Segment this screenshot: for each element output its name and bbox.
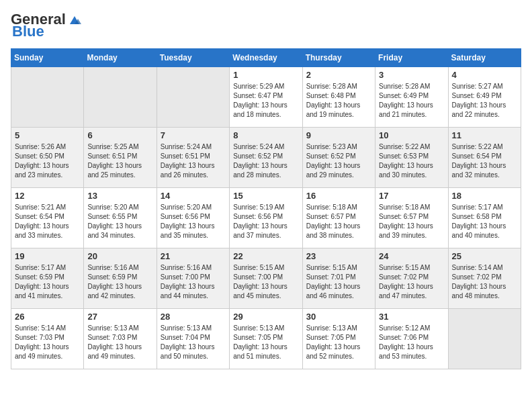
- logo-blue: Blue: [12, 23, 44, 40]
- day-number: 12: [15, 191, 80, 201]
- day-number: 24: [379, 251, 444, 261]
- day-info: Sunrise: 5:12 AM Sunset: 7:06 PM Dayligh…: [379, 324, 444, 361]
- calendar-cell: 14Sunrise: 5:20 AM Sunset: 6:56 PM Dayli…: [157, 188, 229, 248]
- day-info: Sunrise: 5:13 AM Sunset: 7:04 PM Dayligh…: [161, 324, 226, 361]
- day-info: Sunrise: 5:17 AM Sunset: 6:58 PM Dayligh…: [452, 203, 517, 240]
- day-info: Sunrise: 5:22 AM Sunset: 6:54 PM Dayligh…: [452, 142, 517, 180]
- calendar-cell: 16Sunrise: 5:18 AM Sunset: 6:57 PM Dayli…: [302, 188, 375, 248]
- day-info: Sunrise: 5:21 AM Sunset: 6:54 PM Dayligh…: [15, 203, 80, 240]
- day-number: 8: [233, 130, 298, 140]
- calendar-cell: 21Sunrise: 5:16 AM Sunset: 7:00 PM Dayli…: [157, 248, 229, 309]
- calendar-cell: [11, 67, 84, 128]
- day-number: 25: [452, 251, 517, 261]
- calendar-cell: 30Sunrise: 5:13 AM Sunset: 7:05 PM Dayli…: [302, 309, 375, 369]
- calendar-cell: 28Sunrise: 5:13 AM Sunset: 7:04 PM Dayli…: [157, 309, 229, 369]
- day-number: 30: [306, 312, 371, 322]
- day-number: 10: [379, 130, 444, 140]
- calendar-cell: 29Sunrise: 5:13 AM Sunset: 7:05 PM Dayli…: [230, 309, 302, 369]
- day-info: Sunrise: 5:26 AM Sunset: 6:50 PM Dayligh…: [15, 142, 80, 180]
- day-number: 11: [452, 130, 517, 140]
- day-info: Sunrise: 5:27 AM Sunset: 6:49 PM Dayligh…: [452, 82, 517, 120]
- calendar-cell: 1Sunrise: 5:29 AM Sunset: 6:47 PM Daylig…: [230, 67, 302, 128]
- calendar-cell: 11Sunrise: 5:22 AM Sunset: 6:54 PM Dayli…: [448, 128, 521, 188]
- day-info: Sunrise: 5:28 AM Sunset: 6:48 PM Dayligh…: [306, 82, 371, 120]
- day-info: Sunrise: 5:13 AM Sunset: 7:05 PM Dayligh…: [306, 324, 371, 361]
- calendar-cell: 23Sunrise: 5:15 AM Sunset: 7:01 PM Dayli…: [302, 248, 375, 309]
- day-number: 28: [161, 312, 226, 322]
- calendar-cell: 6Sunrise: 5:25 AM Sunset: 6:51 PM Daylig…: [84, 128, 157, 188]
- day-number: 18: [452, 191, 517, 201]
- day-info: Sunrise: 5:20 AM Sunset: 6:55 PM Dayligh…: [87, 203, 152, 240]
- day-number: 9: [306, 130, 371, 140]
- calendar-cell: 15Sunrise: 5:19 AM Sunset: 6:56 PM Dayli…: [230, 188, 302, 248]
- day-number: 3: [379, 70, 444, 80]
- day-number: 31: [379, 312, 444, 322]
- logo: General Blue: [11, 11, 82, 40]
- calendar-cell: 25Sunrise: 5:14 AM Sunset: 7:02 PM Dayli…: [448, 248, 521, 309]
- day-number: 7: [161, 130, 226, 140]
- day-number: 1: [233, 70, 298, 80]
- day-number: 21: [161, 251, 226, 261]
- day-info: Sunrise: 5:13 AM Sunset: 7:03 PM Dayligh…: [87, 324, 152, 361]
- day-number: 29: [233, 312, 298, 322]
- day-number: 4: [452, 70, 517, 80]
- calendar-cell: 5Sunrise: 5:26 AM Sunset: 6:50 PM Daylig…: [11, 128, 84, 188]
- day-number: 26: [15, 312, 80, 322]
- day-info: Sunrise: 5:16 AM Sunset: 6:59 PM Dayligh…: [87, 263, 152, 301]
- calendar-cell: 22Sunrise: 5:15 AM Sunset: 7:00 PM Dayli…: [230, 248, 302, 309]
- calendar-cell: 7Sunrise: 5:24 AM Sunset: 6:51 PM Daylig…: [157, 128, 229, 188]
- day-number: 16: [306, 191, 371, 201]
- day-info: Sunrise: 5:24 AM Sunset: 6:52 PM Dayligh…: [233, 142, 298, 180]
- column-header-thursday: Thursday: [302, 49, 375, 67]
- day-info: Sunrise: 5:14 AM Sunset: 7:03 PM Dayligh…: [15, 324, 80, 361]
- day-number: 22: [233, 251, 298, 261]
- day-info: Sunrise: 5:19 AM Sunset: 6:56 PM Dayligh…: [233, 203, 298, 240]
- column-header-sunday: Sunday: [11, 49, 84, 67]
- calendar-cell: 27Sunrise: 5:13 AM Sunset: 7:03 PM Dayli…: [84, 309, 157, 369]
- day-info: Sunrise: 5:14 AM Sunset: 7:02 PM Dayligh…: [452, 263, 517, 301]
- calendar-cell: [84, 67, 157, 128]
- calendar-cell: 13Sunrise: 5:20 AM Sunset: 6:55 PM Dayli…: [84, 188, 157, 248]
- day-number: 13: [87, 191, 152, 201]
- day-info: Sunrise: 5:29 AM Sunset: 6:47 PM Dayligh…: [233, 82, 298, 120]
- column-header-friday: Friday: [375, 49, 448, 67]
- calendar-cell: 9Sunrise: 5:23 AM Sunset: 6:52 PM Daylig…: [302, 128, 375, 188]
- day-number: 23: [306, 251, 371, 261]
- day-number: 15: [233, 191, 298, 201]
- day-number: 20: [87, 251, 152, 261]
- calendar-cell: 4Sunrise: 5:27 AM Sunset: 6:49 PM Daylig…: [448, 67, 521, 128]
- column-header-monday: Monday: [84, 49, 157, 67]
- logo-icon: [67, 12, 82, 27]
- column-header-wednesday: Wednesday: [230, 49, 302, 67]
- calendar-cell: 3Sunrise: 5:28 AM Sunset: 6:49 PM Daylig…: [375, 67, 448, 128]
- calendar-cell: 24Sunrise: 5:15 AM Sunset: 7:02 PM Dayli…: [375, 248, 448, 309]
- calendar-cell: 2Sunrise: 5:28 AM Sunset: 6:48 PM Daylig…: [302, 67, 375, 128]
- day-number: 17: [379, 191, 444, 201]
- day-info: Sunrise: 5:22 AM Sunset: 6:53 PM Dayligh…: [379, 142, 444, 180]
- calendar-cell: 8Sunrise: 5:24 AM Sunset: 6:52 PM Daylig…: [230, 128, 302, 188]
- day-info: Sunrise: 5:25 AM Sunset: 6:51 PM Dayligh…: [87, 142, 152, 180]
- day-info: Sunrise: 5:15 AM Sunset: 7:02 PM Dayligh…: [379, 263, 444, 301]
- calendar-cell: 18Sunrise: 5:17 AM Sunset: 6:58 PM Dayli…: [448, 188, 521, 248]
- day-info: Sunrise: 5:23 AM Sunset: 6:52 PM Dayligh…: [306, 142, 371, 180]
- calendar-cell: [448, 309, 521, 369]
- day-number: 2: [306, 70, 371, 80]
- calendar-cell: 10Sunrise: 5:22 AM Sunset: 6:53 PM Dayli…: [375, 128, 448, 188]
- day-info: Sunrise: 5:16 AM Sunset: 7:00 PM Dayligh…: [161, 263, 226, 301]
- day-info: Sunrise: 5:17 AM Sunset: 6:59 PM Dayligh…: [15, 263, 80, 301]
- calendar-cell: 17Sunrise: 5:18 AM Sunset: 6:57 PM Dayli…: [375, 188, 448, 248]
- calendar-cell: 19Sunrise: 5:17 AM Sunset: 6:59 PM Dayli…: [11, 248, 84, 309]
- column-header-saturday: Saturday: [448, 49, 521, 67]
- day-number: 5: [15, 130, 80, 140]
- day-info: Sunrise: 5:15 AM Sunset: 7:00 PM Dayligh…: [233, 263, 298, 301]
- calendar-cell: 20Sunrise: 5:16 AM Sunset: 6:59 PM Dayli…: [84, 248, 157, 309]
- header: General Blue: [11, 11, 521, 40]
- day-number: 27: [87, 312, 152, 322]
- calendar-table: SundayMondayTuesdayWednesdayThursdayFrid…: [11, 48, 521, 369]
- day-info: Sunrise: 5:28 AM Sunset: 6:49 PM Dayligh…: [379, 82, 444, 120]
- day-number: 19: [15, 251, 80, 261]
- day-info: Sunrise: 5:24 AM Sunset: 6:51 PM Dayligh…: [161, 142, 226, 180]
- calendar-cell: 31Sunrise: 5:12 AM Sunset: 7:06 PM Dayli…: [375, 309, 448, 369]
- day-info: Sunrise: 5:13 AM Sunset: 7:05 PM Dayligh…: [233, 324, 298, 361]
- day-info: Sunrise: 5:18 AM Sunset: 6:57 PM Dayligh…: [379, 203, 444, 240]
